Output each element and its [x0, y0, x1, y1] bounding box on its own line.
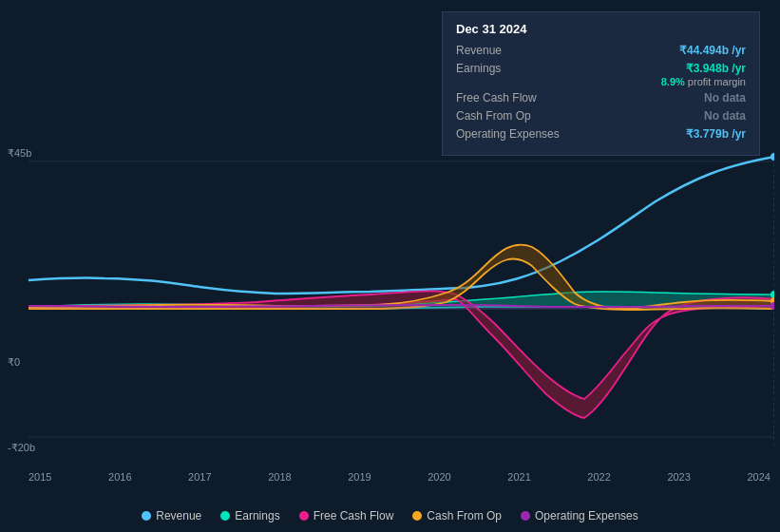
legend-fcf-label: Free Cash Flow: [314, 509, 394, 522]
tooltip-cashfromop-label: Cash From Op: [456, 109, 531, 123]
x-axis-labels: 2015 2016 2017 2018 2019 2020 2021 2022 …: [29, 471, 770, 483]
y-axis-zero-label: ₹0: [8, 356, 20, 369]
chart-legend: Revenue Earnings Free Cash Flow Cash Fro…: [0, 509, 780, 522]
legend-revenue[interactable]: Revenue: [142, 509, 201, 522]
tooltip-date: Dec 31 2024: [456, 22, 746, 36]
tooltip-opex-value: ₹3.779b /yr: [686, 127, 746, 141]
tooltip-opex-label: Operating Expenses: [456, 127, 560, 141]
x-label-2019: 2019: [348, 471, 371, 483]
legend-earnings-label: Earnings: [235, 509, 279, 522]
revenue-dot: [770, 153, 774, 161]
tooltip-earnings-label: Earnings: [456, 62, 501, 75]
chart-svg: [29, 152, 774, 446]
x-label-2023: 2023: [667, 471, 690, 483]
x-label-2021: 2021: [507, 471, 530, 483]
legend-opex[interactable]: Operating Expenses: [521, 509, 638, 522]
legend-cashfromop[interactable]: Cash From Op: [412, 509, 502, 522]
tooltip-fcf-label: Free Cash Flow: [456, 91, 537, 104]
tooltip-fcf-value: No data: [704, 91, 746, 104]
legend-revenue-dot: [142, 511, 151, 521]
legend-opex-label: Operating Expenses: [535, 509, 638, 522]
tooltip-revenue-row: Revenue ₹44.494b /yr: [456, 44, 746, 57]
legend-revenue-label: Revenue: [156, 509, 201, 522]
revenue-line: [29, 157, 774, 294]
legend-fcf[interactable]: Free Cash Flow: [299, 509, 394, 522]
tooltip-cashfromop-row: Cash From Op No data: [456, 109, 746, 123]
fcf-area: [29, 291, 774, 418]
tooltip-revenue-label: Revenue: [456, 44, 502, 57]
x-label-2018: 2018: [268, 471, 291, 483]
x-label-2015: 2015: [29, 471, 51, 483]
tooltip-profit-margin: 8.9% profit margin: [456, 76, 746, 87]
tooltip-revenue-value: ₹44.494b /yr: [679, 44, 746, 57]
x-label-2024: 2024: [747, 471, 770, 483]
x-label-2020: 2020: [428, 471, 450, 483]
legend-cashfromop-label: Cash From Op: [427, 509, 502, 522]
legend-cashfromop-dot: [412, 511, 422, 521]
legend-earnings-dot: [220, 511, 230, 521]
legend-fcf-dot: [299, 511, 309, 521]
x-label-2016: 2016: [108, 471, 131, 483]
x-label-2017: 2017: [188, 471, 211, 483]
data-tooltip: Dec 31 2024 Revenue ₹44.494b /yr Earning…: [442, 11, 760, 156]
tooltip-earnings-row: Earnings ₹3.948b /yr: [456, 62, 746, 75]
legend-earnings[interactable]: Earnings: [220, 509, 279, 522]
tooltip-earnings-value: ₹3.948b /yr: [686, 62, 746, 75]
tooltip-fcf-row: Free Cash Flow No data: [456, 91, 746, 104]
tooltip-cashfromop-value: No data: [704, 109, 746, 123]
x-label-2022: 2022: [587, 471, 610, 483]
tooltip-opex-row: Operating Expenses ₹3.779b /yr: [456, 127, 746, 141]
legend-opex-dot: [521, 511, 530, 521]
